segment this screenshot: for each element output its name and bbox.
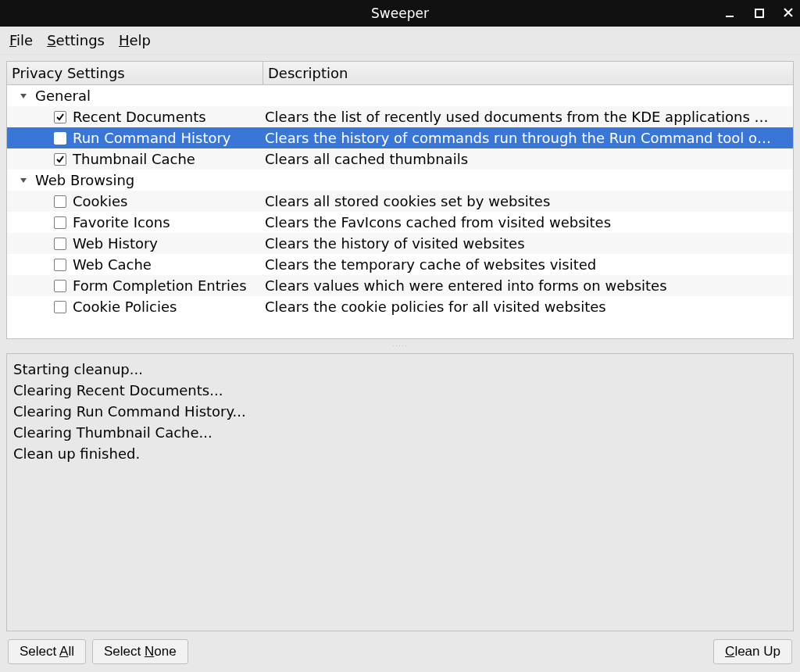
- item-label: Cookie Policies: [73, 298, 177, 315]
- tree-item[interactable]: Web CacheClears the temporary cache of w…: [7, 254, 793, 275]
- group-label: Web Browsing: [35, 172, 134, 188]
- item-label: Web Cache: [73, 256, 152, 273]
- select-none-button[interactable]: Select None: [92, 639, 188, 664]
- window-title: Sweeper: [371, 5, 429, 21]
- group-label: General: [35, 88, 91, 104]
- tree-item[interactable]: Thumbnail CacheClears all cached thumbna…: [7, 148, 793, 170]
- checkbox[interactable]: [54, 153, 66, 166]
- menubar: File Settings Help: [0, 27, 800, 55]
- item-description: Clears the history of visited websites: [263, 235, 793, 252]
- svg-rect-0: [726, 16, 734, 17]
- tree-group[interactable]: General: [7, 85, 793, 106]
- item-description: Clears the list of recently used documen…: [263, 109, 793, 125]
- checkbox[interactable]: [54, 301, 66, 313]
- item-description: Clears the temporary cache of websites v…: [263, 256, 793, 273]
- chevron-down-icon: [18, 91, 29, 102]
- checkbox[interactable]: [54, 216, 66, 229]
- checkbox[interactable]: [54, 238, 66, 250]
- chevron-down-icon: [18, 175, 29, 186]
- item-description: Clears the FavIcons cached from visited …: [263, 214, 793, 231]
- privacy-tree: Privacy Settings Description GeneralRece…: [6, 61, 794, 339]
- button-bar: Select All Select None Clean Up: [0, 631, 800, 672]
- menu-settings[interactable]: Settings: [47, 32, 105, 48]
- item-description: Clears the history of commands run throu…: [263, 130, 793, 146]
- svg-rect-1: [755, 9, 763, 17]
- tree-header: Privacy Settings Description: [7, 62, 793, 85]
- checkbox[interactable]: [54, 132, 66, 145]
- item-description: Clears all stored cookies set by website…: [263, 193, 793, 209]
- log-output: Starting cleanup... Clearing Recent Docu…: [6, 353, 794, 631]
- window-controls: [725, 0, 794, 27]
- item-label: Web History: [73, 235, 158, 252]
- item-label: Favorite Icons: [73, 214, 170, 231]
- tree-item[interactable]: Web HistoryClears the history of visited…: [7, 233, 793, 254]
- item-label: Form Completion Entries: [73, 277, 247, 294]
- clean-up-button[interactable]: Clean Up: [713, 639, 792, 664]
- select-all-button[interactable]: Select All: [8, 639, 86, 664]
- menu-help[interactable]: Help: [119, 32, 151, 48]
- item-label: Thumbnail Cache: [73, 151, 195, 167]
- tree-item[interactable]: Cookie PoliciesClears the cookie policie…: [7, 296, 793, 317]
- maximize-icon[interactable]: [755, 6, 764, 20]
- tree-body: GeneralRecent DocumentsClears the list o…: [7, 85, 793, 338]
- checkbox[interactable]: [54, 195, 66, 208]
- splitter-handle[interactable]: ·····: [6, 344, 794, 349]
- menu-file[interactable]: File: [9, 32, 33, 48]
- item-description: Clears the cookie policies for all visit…: [263, 298, 793, 315]
- tree-item[interactable]: Favorite IconsClears the FavIcons cached…: [7, 212, 793, 233]
- item-description: Clears values which were entered into fo…: [263, 277, 793, 294]
- tree-item[interactable]: CookiesClears all stored cookies set by …: [7, 191, 793, 212]
- column-privacy-settings[interactable]: Privacy Settings: [7, 62, 263, 84]
- item-description: Clears all cached thumbnails: [263, 151, 793, 167]
- tree-item[interactable]: Form Completion EntriesClears values whi…: [7, 275, 793, 296]
- item-label: Run Command History: [73, 130, 231, 146]
- checkbox[interactable]: [54, 111, 66, 123]
- minimize-icon[interactable]: [725, 6, 736, 20]
- tree-pad: [7, 317, 793, 338]
- checkbox[interactable]: [54, 280, 66, 292]
- tree-item[interactable]: Run Command HistoryClears the history of…: [7, 127, 793, 148]
- close-icon[interactable]: [783, 6, 794, 20]
- item-label: Cookies: [73, 193, 127, 209]
- titlebar: Sweeper: [0, 0, 800, 27]
- checkbox[interactable]: [54, 259, 66, 271]
- tree-item[interactable]: Recent DocumentsClears the list of recen…: [7, 106, 793, 127]
- tree-group[interactable]: Web Browsing: [7, 170, 793, 191]
- column-description[interactable]: Description: [263, 62, 793, 84]
- item-label: Recent Documents: [73, 109, 206, 125]
